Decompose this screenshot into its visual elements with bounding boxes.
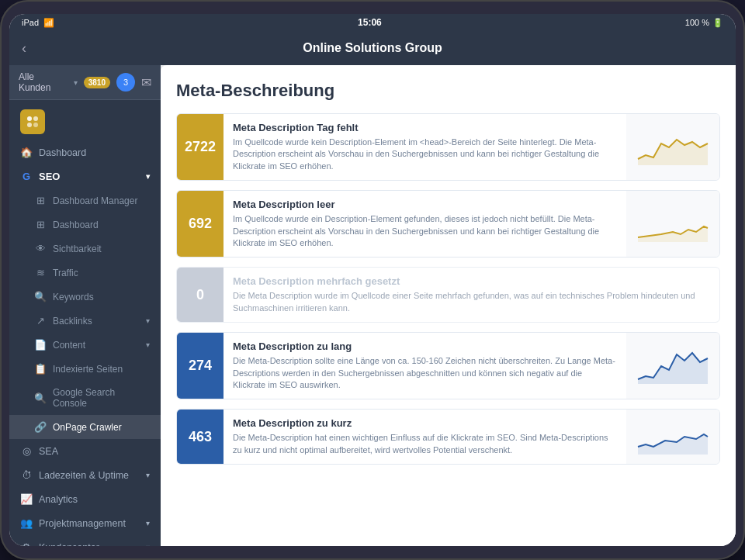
sidebar-item-seo[interactable]: G SEO ▾ xyxy=(9,164,161,188)
customer-selector-text: Alle Kunden xyxy=(19,71,68,93)
indexierte-icon: 📋 xyxy=(34,363,47,375)
projektmanagement-label: Projektmanagement xyxy=(39,518,126,529)
sichtbarkeit-icon: 👁 xyxy=(34,243,47,254)
card-title-zu-kurz: Meta Description zu kurz xyxy=(233,417,617,429)
sidebar-item-onpage[interactable]: 🔗 OnPage Crawler xyxy=(9,415,161,439)
card-number-leer: 692 xyxy=(177,191,224,257)
seo-label: SEO xyxy=(39,171,60,182)
svg-marker-7 xyxy=(638,434,708,455)
sidebar-item-dashboard-sub[interactable]: ⊞ Dashboard xyxy=(9,213,161,237)
seo-card-tag-fehlt[interactable]: 2722 Meta Description Tag fehlt Im Quell… xyxy=(176,113,720,181)
sidebar-item-projektmanagement[interactable]: 👥 Projektmanagement ▾ xyxy=(9,511,161,535)
card-body-tag-fehlt: Meta Description Tag fehlt Im Quellcode … xyxy=(224,114,626,180)
card-body-leer: Meta Description leer Im Quellcode wurde… xyxy=(224,191,626,257)
backlinks-chevron: ▾ xyxy=(146,316,150,325)
keywords-icon: 🔍 xyxy=(34,291,47,302)
dashboard-sub-icon: ⊞ xyxy=(34,219,47,230)
sidebar-item-traffic[interactable]: ≋ Traffic xyxy=(9,261,161,285)
svg-point-3 xyxy=(33,123,38,127)
sidebar-item-content[interactable]: 📄 Content ▾ xyxy=(9,333,161,357)
kundencenter-label: Kundencenter xyxy=(39,542,99,547)
tablet-screen: iPad 📶 15:06 100 % 🔋 ‹ Online Solutions … xyxy=(9,14,736,546)
ladezeiten-label: Ladezeiten & Uptime xyxy=(39,470,129,481)
battery-label: 100 % xyxy=(685,18,709,27)
app-header: ‹ Online Solutions Group xyxy=(9,31,736,65)
sidebar-item-dashboard-manager[interactable]: ⊞ Dashboard Manager xyxy=(9,188,161,213)
card-desc-zu-lang: Die Meta-Description sollte eine Länge v… xyxy=(233,355,617,391)
sidebar-item-google-search[interactable]: 🔍 Google Search Console xyxy=(9,381,161,415)
alert-badge: 3 xyxy=(116,73,135,92)
back-button[interactable]: ‹ xyxy=(22,40,26,57)
sidebar-item-backlinks[interactable]: ↗ Backlinks ▾ xyxy=(9,309,161,333)
seo-card-zu-kurz[interactable]: 463 Meta Description zu kurz Die Meta-De… xyxy=(176,409,720,465)
sidebar-item-keywords[interactable]: 🔍 Keywords xyxy=(9,285,161,309)
card-desc-mehrfach: Die Meta Description wurde im Quellcode … xyxy=(233,290,710,314)
customer-bar[interactable]: Alle Kunden ▾ 3810 3 ✉ xyxy=(9,65,161,100)
status-bar-time: 15:06 xyxy=(358,17,382,28)
seo-icon: G xyxy=(20,171,33,182)
sidebar-item-indexierte[interactable]: 📋 Indexierte Seiten xyxy=(9,357,161,381)
card-title-tag-fehlt: Meta Description Tag fehlt xyxy=(233,122,617,133)
dashboard-sub-label: Dashboard xyxy=(53,220,99,230)
card-desc-zu-kurz: Die Meta-Description hat einen wichtigen… xyxy=(233,432,617,456)
sidebar-item-kundencenter[interactable]: ⚙ Kundencenter ▾ xyxy=(9,535,161,546)
card-chart-tag-fehlt xyxy=(626,114,719,180)
seo-card-mehrfach[interactable]: 0 Meta Description mehrfach gesetzt Die … xyxy=(176,267,720,323)
card-title-leer: Meta Description leer xyxy=(233,199,617,210)
status-bar-right: 100 % 🔋 xyxy=(685,18,723,28)
card-title-mehrfach: Meta Description mehrfach gesetzt xyxy=(233,275,710,287)
seo-chevron: ▾ xyxy=(146,172,150,181)
sichtbarkeit-label: Sichtbarkeit xyxy=(53,244,102,254)
white-panel: Meta-Beschreibung 2722 Meta Description … xyxy=(161,65,736,546)
device-label: iPad xyxy=(22,18,39,27)
tablet-frame: iPad 📶 15:06 100 % 🔋 ‹ Online Solutions … xyxy=(0,0,745,560)
google-search-label: Google Search Console xyxy=(53,387,150,409)
svg-marker-5 xyxy=(638,226,708,242)
onpage-label: OnPage Crawler xyxy=(53,422,122,433)
card-chart-zu-lang xyxy=(626,333,719,399)
analytics-label: Analytics xyxy=(39,494,78,505)
sidebar-item-ladezeiten[interactable]: ⏱ Ladezeiten & Uptime ▾ xyxy=(9,463,161,487)
card-desc-tag-fehlt: Im Quellcode wurde kein Description-Elem… xyxy=(233,137,617,172)
content-chevron: ▾ xyxy=(146,340,150,349)
status-bar-left: iPad 📶 xyxy=(22,18,54,28)
keywords-label: Keywords xyxy=(53,292,94,302)
content-icon: 📄 xyxy=(34,339,47,351)
card-body-mehrfach: Meta Description mehrfach gesetzt Die Me… xyxy=(224,268,719,322)
traffic-icon: ≋ xyxy=(34,267,47,278)
ladezeiten-icon: ⏱ xyxy=(20,469,33,481)
backlinks-label: Backlinks xyxy=(53,316,92,327)
content-area: Meta-Beschreibung 2722 Meta Description … xyxy=(161,65,736,546)
page-title: Meta-Beschreibung xyxy=(176,81,720,101)
dashboard-manager-icon: ⊞ xyxy=(34,195,47,206)
ladezeiten-chevron: ▾ xyxy=(146,471,150,479)
sidebar-item-sea[interactable]: ◎ SEA xyxy=(9,439,161,463)
kundencenter-chevron: ▾ xyxy=(146,543,150,546)
sidebar-item-sichtbarkeit[interactable]: 👁 Sichtbarkeit xyxy=(9,237,161,261)
content-label: Content xyxy=(53,340,85,351)
analytics-icon: 📈 xyxy=(20,493,33,505)
onpage-icon: 🔗 xyxy=(34,421,47,433)
sidebar-item-analytics[interactable]: 📈 Analytics xyxy=(9,487,161,511)
sidebar-item-dashboard[interactable]: 🏠 Dashboard xyxy=(9,140,161,164)
card-number-tag-fehlt: 2722 xyxy=(177,114,224,180)
seo-card-zu-lang[interactable]: 274 Meta Description zu lang Die Meta-De… xyxy=(176,332,720,399)
svg-point-0 xyxy=(27,116,32,121)
card-number-mehrfach: 0 xyxy=(177,268,224,322)
seo-card-leer[interactable]: 692 Meta Description leer Im Quellcode w… xyxy=(176,190,720,258)
svg-point-2 xyxy=(27,123,32,127)
sea-icon: ◎ xyxy=(20,445,33,457)
mail-icon[interactable]: ✉ xyxy=(141,75,151,90)
svg-point-1 xyxy=(33,116,38,121)
projektmanagement-chevron: ▾ xyxy=(146,519,150,527)
status-bar: iPad 📶 15:06 100 % 🔋 xyxy=(9,14,736,31)
backlinks-icon: ↗ xyxy=(34,315,47,327)
card-number-zu-lang: 274 xyxy=(177,333,224,399)
wifi-icon: 📶 xyxy=(43,18,54,28)
card-chart-leer xyxy=(626,191,719,257)
main-layout: Alle Kunden ▾ 3810 3 ✉ xyxy=(9,65,736,546)
svg-marker-6 xyxy=(638,353,708,384)
customer-chevron: ▾ xyxy=(74,78,78,87)
sea-label: SEA xyxy=(39,446,58,457)
dashboard-label: Dashboard xyxy=(39,147,86,158)
